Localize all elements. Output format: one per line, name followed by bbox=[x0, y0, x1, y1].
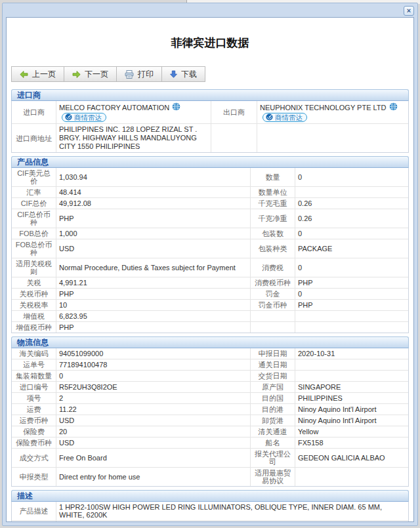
prev-page-label: 上一页 bbox=[32, 69, 56, 80]
description-table: 产品描述1 HPR2-100SW HIGH POWER LED RING ILL… bbox=[11, 502, 409, 522]
next-page-button[interactable]: 下一页 bbox=[64, 66, 117, 82]
field-label: 申报类型 bbox=[12, 468, 56, 486]
globe-icon[interactable] bbox=[172, 102, 180, 113]
field-value: 6,823.95 bbox=[56, 311, 251, 321]
business-radar-badge[interactable]: 商情雷达 bbox=[262, 113, 307, 122]
dialog-content-panel: 菲律宾进口数据 上一页 下一页 打印 下载 进口商 bbox=[6, 17, 414, 522]
field-value: FX5158 bbox=[295, 437, 408, 448]
field-value: PHP bbox=[56, 209, 251, 228]
next-page-label: 下一页 bbox=[85, 69, 108, 80]
field-label: 适用最惠贸易协议 bbox=[251, 468, 295, 486]
field-value: 0 bbox=[295, 258, 408, 277]
table-row: 增值税6,823.95 bbox=[12, 310, 408, 321]
table-row: 保险费币种USD船名FX5158 bbox=[12, 437, 408, 448]
field-value: Direct entry for home use bbox=[56, 468, 251, 486]
field-value: PHP bbox=[56, 289, 251, 299]
field-value: 0.26 bbox=[295, 198, 408, 209]
importer-name: MELCO FACTORY AUTOMATION bbox=[59, 104, 169, 112]
field-label: 罚金 bbox=[251, 289, 295, 299]
prev-page-button[interactable]: 上一页 bbox=[11, 66, 64, 82]
field-label: 增值税币种 bbox=[12, 322, 56, 333]
download-button[interactable]: 下载 bbox=[161, 66, 205, 82]
field-value: USD bbox=[56, 239, 251, 258]
globe-icon[interactable] bbox=[389, 102, 398, 113]
field-label: 运单号 bbox=[12, 359, 56, 370]
field-label: 运费币种 bbox=[12, 415, 56, 426]
download-label: 下载 bbox=[181, 69, 197, 80]
field-value: R5F2UH3Q8I2OE bbox=[56, 382, 251, 392]
importer-table: 进口商 MELCO FACTORY AUTOMATION 商情雷达 出口商 NE… bbox=[11, 101, 409, 153]
exporter-name: NEUPHONIX TECHNOLOGY PTE LTD bbox=[260, 104, 387, 112]
print-button[interactable]: 打印 bbox=[116, 66, 162, 82]
field-label bbox=[211, 124, 257, 152]
table-row: 成交方式Free On Board报关代理公司GEDEON GALICIA AL… bbox=[12, 448, 408, 467]
logistics-table: 海关编码94051099000申报日期2020-10-31运单号77189410… bbox=[11, 348, 409, 487]
field-value: 1,000 bbox=[56, 228, 251, 239]
field-label: 罚金币种 bbox=[251, 300, 295, 310]
field-label: CIF总价币种 bbox=[12, 209, 56, 228]
field-label: 数量 bbox=[251, 168, 295, 186]
table-row: 关税币种PHP罚金0 bbox=[12, 288, 408, 299]
field-value: 0.26 bbox=[295, 209, 408, 228]
field-value: 48.414 bbox=[56, 187, 251, 197]
table-row: 进口商地址 PHILIPPINES INC. 128 LOPEZ RIZAL S… bbox=[12, 123, 408, 152]
field-value: 4,991.21 bbox=[56, 277, 251, 288]
field-value: PHP bbox=[295, 277, 408, 288]
field-label: 进口商 bbox=[12, 101, 56, 123]
table-row: FOB总价1,000包装数0 bbox=[12, 228, 408, 239]
field-label: 通关日期 bbox=[251, 359, 295, 370]
field-value bbox=[295, 468, 408, 486]
field-label: 保险费币种 bbox=[12, 437, 56, 448]
field-value: Normal Procedure, Duties & Taxes subject… bbox=[56, 258, 251, 277]
table-row: CIF总价49,912.08千克毛重0.26 bbox=[12, 197, 408, 209]
sections-container: 进口商 进口商 MELCO FACTORY AUTOMATION 商情雷达 bbox=[11, 89, 409, 522]
field-label: 唛头 bbox=[12, 521, 56, 522]
table-row: 项号2目的国PHILIPPINES bbox=[12, 392, 408, 403]
field-value: Free On Board bbox=[56, 449, 251, 467]
business-radar-badge[interactable]: 商情雷达 bbox=[62, 113, 106, 122]
field-label: 出口商 bbox=[211, 101, 257, 123]
field-label: 产品描述 bbox=[12, 502, 56, 520]
table-row: 关税税率10罚金币种PHP bbox=[12, 299, 408, 310]
field-value: PACKAGE bbox=[295, 239, 408, 258]
field-label: 关税币种 bbox=[12, 289, 56, 299]
table-row: 海关编码94051099000申报日期2020-10-31 bbox=[12, 348, 408, 359]
product-section-title: 产品信息 bbox=[11, 156, 409, 168]
field-value bbox=[295, 322, 408, 333]
field-label: 消费税 bbox=[251, 258, 295, 277]
field-value: 0 bbox=[295, 289, 408, 299]
field-value: 20 bbox=[56, 426, 251, 437]
field-value: 1 HPR2-100SW HIGH POWER LED RING ILLUMIN… bbox=[56, 502, 408, 520]
field-label: FOB总价 bbox=[12, 228, 56, 239]
import-data-dialog: × 菲律宾进口数据 上一页 下一页 打印 下载 进口商 bbox=[2, 3, 418, 526]
table-row: 运费11.22目的港Ninoy Aquino Int'l Airport bbox=[12, 403, 408, 415]
field-value: Ninoy Aquino Int'l Airport bbox=[295, 415, 408, 426]
print-label: 打印 bbox=[138, 69, 154, 80]
field-value bbox=[295, 359, 408, 370]
field-label: 千克毛重 bbox=[251, 198, 295, 209]
toolbar: 上一页 下一页 打印 下载 bbox=[11, 66, 413, 82]
radar-icon bbox=[266, 113, 273, 122]
field-label: CIF美元总价 bbox=[12, 168, 56, 186]
description-section-title: 描述 bbox=[11, 490, 409, 502]
section-product-info: 产品信息 CIF美元总价1,030.94数量0汇率48.414数量单位CIF总价… bbox=[11, 156, 409, 333]
field-label: 增值税 bbox=[12, 311, 56, 321]
field-label: 消费税币种 bbox=[251, 277, 295, 288]
field-label: 保险费 bbox=[12, 426, 56, 437]
table-row: 唛头AS ADDRESSED bbox=[12, 520, 408, 522]
field-label: 项号 bbox=[12, 393, 56, 403]
section-importer: 进口商 进口商 MELCO FACTORY AUTOMATION 商情雷达 bbox=[11, 89, 409, 153]
field-value: USD bbox=[56, 415, 251, 426]
field-value: Ninoy Aquino Int'l Airport bbox=[295, 404, 408, 415]
field-value: 2 bbox=[56, 393, 251, 403]
field-label: 目的国 bbox=[251, 393, 295, 403]
field-value: 10 bbox=[56, 300, 251, 310]
field-label: 适用关税税则 bbox=[12, 258, 56, 277]
field-label: 关税 bbox=[12, 277, 56, 288]
table-row: 汇率48.414数量单位 bbox=[12, 186, 408, 197]
close-icon[interactable]: × bbox=[404, 6, 414, 16]
table-row: 进口商 MELCO FACTORY AUTOMATION 商情雷达 出口商 NE… bbox=[12, 101, 408, 123]
field-label: 包装数 bbox=[251, 228, 295, 239]
field-value: 11.22 bbox=[56, 404, 251, 415]
page-title: 菲律宾进口数据 bbox=[7, 35, 413, 51]
